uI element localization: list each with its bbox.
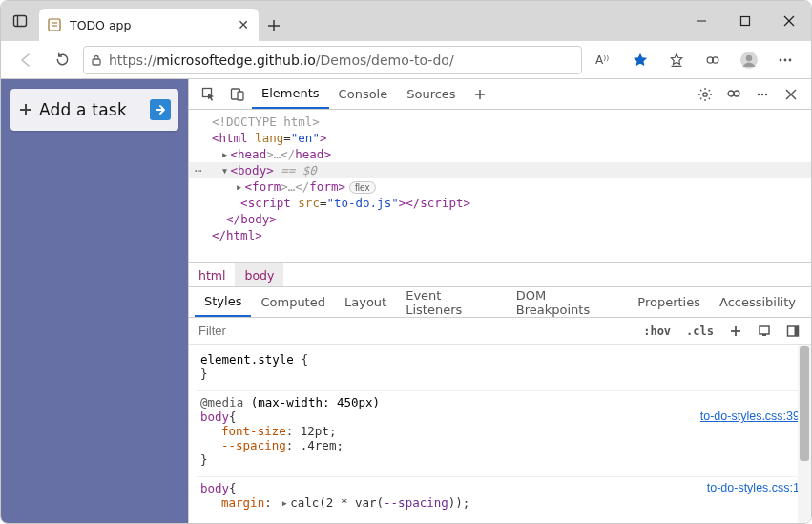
inspect-icon[interactable] — [195, 79, 223, 109]
svg-rect-0 — [14, 16, 27, 27]
dom-tree[interactable]: <!DOCTYPE html> <html lang="en"> ▸<head>… — [189, 110, 811, 262]
style-source-link[interactable]: to-do-styles.css:1 — [707, 481, 800, 495]
svg-rect-2 — [49, 19, 60, 31]
sidebar-toggle-icon[interactable] — [782, 323, 803, 340]
url-text: https://microsoftedge.github.io/Demos/de… — [109, 52, 575, 68]
styles-pane[interactable]: element.style { } @media (max-width: 450… — [189, 345, 811, 523]
lock-icon — [90, 53, 103, 67]
subtab-styles[interactable]: Styles — [195, 287, 251, 317]
subtab-event-listeners[interactable]: Event Listeners — [396, 287, 507, 317]
more-menu-icon[interactable] — [769, 45, 802, 75]
svg-point-29 — [728, 91, 734, 96]
expand-shorthand-icon[interactable]: ▸ — [279, 495, 290, 510]
settings-icon[interactable] — [691, 79, 719, 109]
expand-icon[interactable]: ▸ — [219, 147, 231, 161]
flex-badge[interactable]: flex — [349, 181, 376, 194]
add-task-field[interactable]: Add a task — [10, 89, 178, 131]
style-rule-body: body { to-do-styles.css:1 margin: ▸calc(… — [197, 476, 803, 514]
new-tab-button[interactable] — [259, 10, 289, 41]
plus-icon — [18, 102, 33, 117]
tab-actions-button[interactable] — [1, 1, 39, 41]
devtools-more-icon[interactable] — [748, 79, 777, 109]
cls-toggle[interactable]: .cls — [682, 323, 718, 340]
address-bar: https://microsoftedge.github.io/Demos/de… — [1, 41, 811, 79]
device-emulation-icon[interactable] — [223, 79, 252, 109]
subtab-accessibility[interactable]: Accessibility — [710, 287, 805, 317]
content-area: Add a task Elements Console Sources — [1, 79, 811, 523]
devtools-top-tabs: Elements Console Sources — [189, 79, 811, 110]
svg-rect-8 — [741, 17, 750, 26]
svg-point-19 — [784, 58, 787, 61]
computed-toggle-icon[interactable] — [754, 323, 775, 340]
rendered-page: Add a task — [1, 79, 188, 523]
browser-tab[interactable]: TODO app ✕ — [39, 9, 259, 41]
collections-icon[interactable] — [697, 45, 729, 75]
svg-point-18 — [780, 58, 782, 61]
svg-point-20 — [789, 58, 792, 61]
svg-point-33 — [765, 93, 767, 94]
url-field[interactable]: https://microsoftedge.github.io/Demos/de… — [83, 46, 582, 74]
crumb-html[interactable]: html — [189, 263, 235, 286]
url-path: /Demos/demo-to-do/ — [316, 52, 454, 68]
minimize-button[interactable] — [679, 1, 723, 41]
subtab-computed[interactable]: Computed — [251, 287, 335, 317]
titlebar: TODO app ✕ — [1, 1, 811, 41]
url-host: microsoftedge.github.io — [156, 52, 316, 68]
favorites-icon[interactable] — [660, 45, 693, 75]
style-rule-element: element.style { } — [197, 348, 803, 385]
refresh-button[interactable] — [47, 45, 77, 75]
new-style-rule-button[interactable] — [725, 323, 746, 340]
expand-icon[interactable]: ▸ — [234, 179, 245, 194]
svg-text:A⁾⁾: A⁾⁾ — [595, 53, 609, 67]
subtab-layout[interactable]: Layout — [335, 287, 396, 317]
svg-rect-39 — [762, 334, 766, 336]
hov-toggle[interactable]: :hov — [639, 323, 675, 340]
task-placeholder: Add a task — [39, 100, 144, 119]
svg-point-31 — [758, 93, 760, 94]
svg-rect-41 — [795, 326, 799, 336]
favorite-star-icon[interactable] — [624, 45, 656, 75]
browser-window: TODO app ✕ — [0, 0, 812, 524]
window-controls — [679, 1, 811, 41]
favicon-icon — [47, 17, 62, 32]
tab-close-button[interactable]: ✕ — [236, 15, 251, 34]
profile-icon[interactable] — [733, 45, 765, 75]
feedback-icon[interactable] — [719, 79, 748, 109]
scrollbar[interactable] — [798, 345, 811, 523]
svg-point-17 — [746, 54, 752, 60]
back-button[interactable] — [10, 45, 41, 75]
tab-sources[interactable]: Sources — [397, 79, 465, 109]
tab-elements[interactable]: Elements — [252, 79, 329, 109]
read-aloud-icon[interactable]: A⁾⁾ — [588, 45, 620, 75]
scrollbar-thumb[interactable] — [800, 346, 809, 461]
subtab-dom-breakpoints[interactable]: DOM Breakpoints — [507, 287, 629, 317]
svg-rect-38 — [760, 326, 769, 334]
maximize-button[interactable] — [723, 1, 767, 41]
devtools-panel: Elements Console Sources — [188, 79, 811, 523]
tab-title: TODO app — [70, 18, 228, 32]
devtools-close-icon[interactable] — [777, 79, 805, 109]
style-source-link[interactable]: to-do-styles.css:39 — [700, 409, 800, 424]
dom-selected-node[interactable]: ▾<body> == $0 — [189, 162, 811, 178]
subtab-properties[interactable]: Properties — [628, 287, 710, 317]
tab-console[interactable]: Console — [329, 79, 398, 109]
dom-doctype: <!DOCTYPE html> — [212, 115, 320, 129]
styles-filter-row: :hov .cls — [189, 318, 811, 345]
add-tab-button[interactable] — [466, 79, 494, 109]
svg-rect-25 — [238, 92, 243, 100]
styles-subtabs: Styles Computed Layout Event Listeners D… — [189, 287, 811, 318]
collapse-icon[interactable]: ▾ — [219, 163, 231, 178]
close-window-button[interactable] — [767, 1, 811, 41]
url-protocol: https:// — [109, 52, 156, 68]
address-actions: A⁾⁾ — [588, 45, 802, 75]
submit-task-button[interactable] — [150, 99, 171, 120]
svg-rect-11 — [93, 59, 100, 65]
dom-breadcrumb: html body — [189, 262, 811, 287]
svg-point-32 — [761, 93, 763, 94]
style-rule-media: @media (max-width: 450px) body { to-do-s… — [197, 390, 803, 471]
svg-point-30 — [734, 91, 739, 96]
crumb-body[interactable]: body — [235, 263, 283, 286]
svg-point-28 — [703, 92, 707, 95]
styles-filter-input[interactable] — [197, 323, 632, 339]
